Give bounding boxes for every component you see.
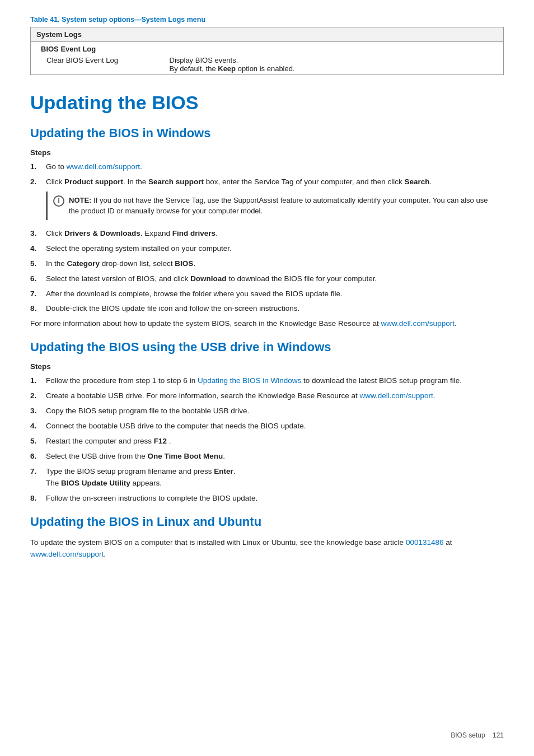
- usb-step-5-content: Restart the computer and press F12 .: [46, 436, 504, 447]
- note-box-step2: i NOTE: If you do not have the Service T…: [46, 192, 504, 220]
- row-col2-text: By default, the Keep option is enabled.: [170, 64, 295, 73]
- windows-footer-para: For more information about how to update…: [30, 318, 504, 330]
- usb-step-4: Connect the bootable USB drive to the co…: [30, 421, 504, 432]
- link-kb-article[interactable]: 000131486: [406, 538, 444, 547]
- linux-para: To update the system BIOS on a computer …: [30, 537, 504, 561]
- step-4: Select the operating system installed on…: [30, 243, 504, 255]
- table-section: Table 41. System setup options—System Lo…: [30, 16, 504, 75]
- table-sub-header-row: BIOS Event Log: [31, 42, 504, 55]
- step-6-content: Select the latest version of BIOS, and c…: [46, 273, 504, 285]
- step-7: After the download is complete, browse t…: [30, 288, 504, 300]
- step-5-content: In the Category drop-down list, select B…: [46, 258, 504, 270]
- steps-list-windows: Go to www.dell.com/support. Click Produc…: [30, 161, 504, 315]
- table-header-row: System Logs: [31, 27, 504, 42]
- section-title-windows: Updating the BIOS in Windows: [30, 126, 504, 141]
- section-windows: Updating the BIOS in Windows Steps Go to…: [30, 126, 504, 330]
- usb-step-1-content: Follow the procedure from step 1 to step…: [46, 375, 504, 387]
- page-footer: BIOS setup 121: [451, 731, 504, 739]
- link-dell-support-1[interactable]: www.dell.com/support: [67, 162, 140, 171]
- usb-step-2: Create a bootable USB drive. For more in…: [30, 390, 504, 402]
- usb-step-8-content: Follow the on-screen instructions to com…: [46, 493, 504, 505]
- usb-step-7: Type the BIOS setup program filename and…: [30, 466, 504, 489]
- step-1-content: Go to www.dell.com/support.: [46, 161, 504, 173]
- step-3-content: Click Drivers & Downloads. Expand Find d…: [46, 228, 504, 240]
- steps-label-usb: Steps: [30, 362, 504, 371]
- usb-step-6-content: Select the USB drive from the One Time B…: [46, 451, 504, 463]
- system-logs-table: System Logs BIOS Event Log Clear BIOS Ev…: [30, 27, 504, 75]
- usb-step-8: Follow the on-screen instructions to com…: [30, 493, 504, 505]
- link-dell-support-linux[interactable]: www.dell.com/support: [30, 550, 104, 558]
- step-1: Go to www.dell.com/support.: [30, 161, 504, 173]
- section-usb: Updating the BIOS using the USB drive in…: [30, 340, 504, 504]
- step-5: In the Category drop-down list, select B…: [30, 258, 504, 270]
- step-4-content: Select the operating system installed on…: [46, 243, 504, 255]
- usb-step-3-content: Copy the BIOS setup program file to the …: [46, 405, 504, 417]
- section-title-usb: Updating the BIOS using the USB drive in…: [30, 340, 504, 354]
- step-8: Double-click the BIOS update file icon a…: [30, 303, 504, 315]
- usb-step-7-content: Type the BIOS setup program filename and…: [46, 466, 504, 489]
- step-2: Click Product support. In the Search sup…: [30, 176, 504, 225]
- usb-step-5: Restart the computer and press F12 .: [30, 436, 504, 447]
- table-data-row: Clear BIOS Event Log Display BIOS events…: [31, 54, 504, 75]
- table-caption: Table 41. System setup options—System Lo…: [30, 16, 504, 24]
- step-8-content: Double-click the BIOS update file icon a…: [46, 303, 504, 315]
- steps-list-usb: Follow the procedure from step 1 to step…: [30, 375, 504, 504]
- section-linux: Updating the BIOS in Linux and Ubuntu To…: [30, 515, 504, 561]
- usb-step-4-content: Connect the bootable USB drive to the co…: [46, 421, 504, 432]
- usb-step-6: Select the USB drive from the One Time B…: [30, 451, 504, 463]
- footer-text: BIOS setup 121: [451, 731, 504, 739]
- note-text: NOTE: If you do not have the Service Tag…: [69, 195, 498, 217]
- usb-step-3: Copy the BIOS setup program file to the …: [30, 405, 504, 417]
- step-6: Select the latest version of BIOS, and c…: [30, 273, 504, 285]
- note-icon: i: [53, 195, 64, 207]
- step-7-content: After the download is complete, browse t…: [46, 288, 504, 300]
- usb-step-1: Follow the procedure from step 1 to step…: [30, 375, 504, 387]
- section-title-linux: Updating the BIOS in Linux and Ubuntu: [30, 515, 504, 529]
- usb-step-2-content: Create a bootable USB drive. For more in…: [46, 390, 504, 402]
- table-row-label: Clear BIOS Event Log: [31, 54, 154, 75]
- link-dell-support-footer[interactable]: www.dell.com/support: [381, 319, 455, 328]
- step-3: Click Drivers & Downloads. Expand Find d…: [30, 228, 504, 240]
- table-sub-header-cell: BIOS Event Log: [31, 42, 504, 55]
- table-row-content: Display BIOS events. By default, the Kee…: [154, 54, 504, 75]
- link-windows-section[interactable]: Updating the BIOS in Windows: [198, 376, 301, 385]
- step-2-content: Click Product support. In the Search sup…: [46, 176, 504, 225]
- main-title: Updating the BIOS: [30, 92, 504, 114]
- row-col1-text: Display BIOS events.: [170, 56, 238, 64]
- table-header-cell: System Logs: [31, 27, 504, 42]
- link-dell-support-usb[interactable]: www.dell.com/support: [360, 391, 433, 400]
- steps-label-windows: Steps: [30, 148, 504, 157]
